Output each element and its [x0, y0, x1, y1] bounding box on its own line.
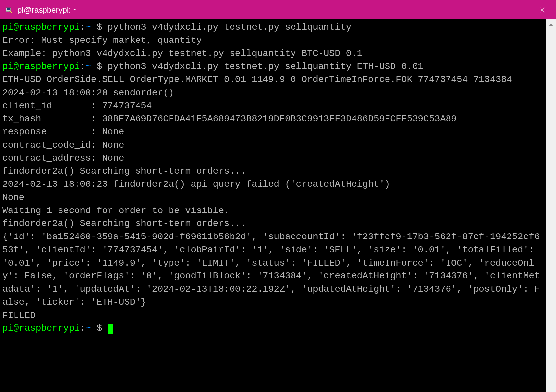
output-line: findorder2a() Searching short-term order… — [2, 218, 246, 229]
cursor — [108, 324, 113, 334]
output-line: 2024-02-13 18:00:20 sendorder() — [2, 88, 174, 98]
output-line: ETH-USD OrderSide.SELL OrderType.MARKET … — [2, 74, 512, 85]
prompt-sep: : — [80, 61, 85, 71]
maximize-button[interactable] — [503, 0, 529, 19]
prompt-sep: : — [80, 323, 85, 333]
prompt-path: ~ — [85, 61, 91, 71]
prompt-user: pi@raspberrypi — [2, 323, 80, 333]
output-line: contract_address: None — [2, 153, 124, 163]
output-line: client_id : 774737454 — [2, 101, 152, 111]
window-title: pi@raspberypi: ~ — [17, 5, 477, 14]
output-line: {'id': 'ba152460-359a-5415-902d-f69611b5… — [2, 232, 540, 307]
output-error-2: Example: python3 v4dydxcli.py testnet.py… — [2, 48, 362, 59]
output-line: 2024-02-13 18:00:23 findorder2a() api qu… — [2, 179, 390, 189]
terminal[interactable]: pi@raspberrypi:~ $ python3 v4dydxcli.py … — [0, 19, 546, 392]
terminal-area: pi@raspberrypi:~ $ python3 v4dydxcli.py … — [0, 19, 556, 392]
scroll-up-icon[interactable] — [548, 22, 554, 27]
command-2: python3 v4dydxcli.py testnet.py sellquan… — [108, 61, 423, 71]
minimize-button[interactable] — [477, 0, 503, 19]
window-controls — [477, 0, 556, 19]
output-line: response : None — [2, 127, 124, 137]
output-line: tx_hash : 38BE7A69D76CFDA41F5A689473B821… — [2, 114, 457, 124]
prompt-path: ~ — [85, 22, 91, 32]
titlebar[interactable]: pi@raspberypi: ~ — [0, 0, 556, 19]
prompt-user: pi@raspberrypi — [2, 61, 80, 71]
prompt-path: ~ — [85, 323, 91, 333]
output-error-1: Error: Must specify market, quantity — [2, 35, 202, 45]
prompt-dollar: $ — [91, 61, 108, 71]
app-window: pi@raspberypi: ~ pi@raspberrypi:~ $ pyth… — [0, 0, 556, 392]
output-line: contract_code_id: None — [2, 140, 124, 150]
output-line: None — [2, 192, 24, 203]
output-line: findorder2a() Searching short-term order… — [2, 166, 246, 176]
close-button[interactable] — [529, 0, 556, 19]
prompt-sep: : — [80, 22, 85, 32]
output-line: FILLED — [2, 310, 36, 321]
prompt-dollar: $ — [91, 22, 108, 32]
output-line: Waiting 1 second for order to be visible… — [2, 206, 230, 216]
prompt-user: pi@raspberrypi — [2, 22, 80, 32]
putty-icon — [4, 5, 14, 14]
command-1: python3 v4dydxcli.py testnet.py sellquan… — [108, 22, 351, 32]
prompt-dollar: $ — [91, 323, 108, 333]
svg-rect-3 — [514, 8, 518, 12]
svg-rect-1 — [7, 8, 10, 10]
scrollbar[interactable] — [546, 19, 556, 392]
